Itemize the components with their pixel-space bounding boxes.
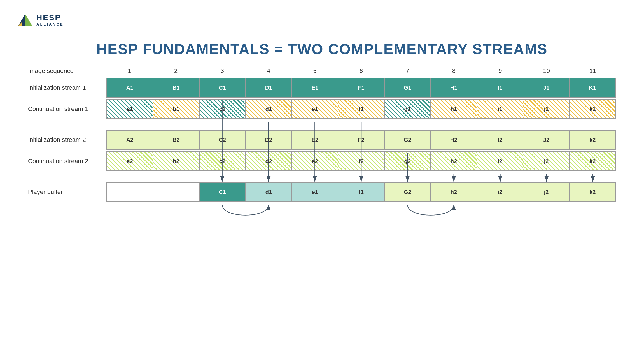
cell-E2: E2 [292,131,338,149]
diagram: Image sequence 1 2 3 4 5 6 7 8 9 10 11 I… [28,67,616,204]
cell-a1: a1 [107,100,153,118]
pb-C1: C1 [200,183,246,201]
logo-text: HESP ALLIANCE [36,13,64,26]
init-stream2-cells: A2 B2 C2 D2 E2 F2 G2 H2 I2 J2 k2 [106,130,616,150]
seq-3: 3 [199,67,245,75]
cell-C2: C2 [200,131,246,149]
logo-alliance: ALLIANCE [36,22,64,26]
cell-f1: f1 [338,100,384,118]
cell-j2: j2 [523,152,570,170]
logo-hesp: HESP [36,13,64,22]
cell-g1: g1 [385,100,431,118]
pb-h2: h2 [431,183,477,201]
pb-e1: e1 [292,183,338,201]
seq-2: 2 [153,67,199,75]
cell-G1: G1 [385,78,431,97]
pb-k2: k2 [570,183,615,201]
cell-a2: a2 [107,152,153,170]
player-buffer-label: Player buffer [28,188,106,196]
cell-e1: e1 [292,100,338,118]
cell-i1: i1 [477,100,523,118]
svg-marker-2 [18,22,22,26]
cell-K1: K1 [570,78,615,97]
seq-1: 1 [106,67,153,75]
cell-A1: A1 [107,78,153,97]
cont-stream2-label: Continuation stream 2 [28,158,106,165]
cell-I2: I2 [477,131,523,149]
init-stream1-row: Initialization stream 1 A1 B1 C1 D1 E1 F… [28,78,616,98]
cell-D1: D1 [246,78,292,97]
cell-C1: C1 [200,78,246,97]
cont-stream1-label: Continuation stream 1 [28,105,106,113]
seq-4: 4 [245,67,291,75]
cont-stream1-row: Continuation stream 1 a1 b1 c1 d1 e1 f1 … [28,99,616,119]
cell-I1: I1 [477,78,523,97]
pb-j2: j2 [523,183,570,201]
sequence-row: Image sequence 1 2 3 4 5 6 7 8 9 10 11 [28,67,616,75]
sequence-label: Image sequence [28,67,106,75]
cell-j1: j1 [523,100,570,118]
pb-1 [107,183,153,201]
init-stream1-label: Initialization stream 1 [28,84,106,91]
init-stream1-cells: A1 B1 C1 D1 E1 F1 G1 H1 I1 J1 K1 [106,78,616,98]
pb-2 [153,183,199,201]
cell-E1: E1 [292,78,338,97]
pb-d1: d1 [246,183,292,201]
logo: HESP ALLIANCE [17,11,64,28]
seq-7: 7 [384,67,431,75]
pb-i2: i2 [477,183,523,201]
cell-b2: b2 [153,152,199,170]
cell-k1: k1 [570,100,615,118]
sequence-numbers: 1 2 3 4 5 6 7 8 9 10 11 [106,67,616,75]
cell-d2: d2 [246,152,292,170]
main-title: HESP FUNDAMENTALS = TWO COMPLEMENTARY ST… [0,41,644,57]
seq-6: 6 [338,67,384,75]
cell-g2: g2 [385,152,431,170]
cell-h1: h1 [431,100,477,118]
svg-marker-1 [25,14,32,26]
cell-h2: h2 [431,152,477,170]
seq-10: 10 [523,67,570,75]
pb-f1: f1 [338,183,384,201]
cell-G2: G2 [385,131,431,149]
init-stream2-row: Initialization stream 2 A2 B2 C2 D2 E2 F… [28,130,616,150]
svg-marker-0 [18,14,25,26]
cell-k2-init: k2 [570,131,615,149]
cell-D2: D2 [246,131,292,149]
cell-c2: c2 [200,152,246,170]
cell-A2: A2 [107,131,153,149]
logo-icon [17,11,34,28]
cont-stream1-cells: a1 b1 c1 d1 e1 f1 g1 h1 i1 j1 k1 [106,99,616,119]
cell-F2: F2 [338,131,384,149]
cell-f2: f2 [338,152,384,170]
player-buffer-cells: C1 d1 e1 f1 G2 h2 i2 j2 k2 [106,182,616,202]
seq-11: 11 [570,67,616,75]
player-buffer-row: Player buffer C1 d1 e1 f1 G2 h2 i2 j2 k2 [28,182,616,202]
cell-J2: J2 [523,131,570,149]
cell-c1: c1 [200,100,246,118]
cell-b1: b1 [153,100,199,118]
cell-B2: B2 [153,131,199,149]
init-stream2-label: Initialization stream 2 [28,136,106,144]
pb-G2: G2 [385,183,431,201]
seq-9: 9 [477,67,523,75]
cell-d1: d1 [246,100,292,118]
cell-J1: J1 [523,78,570,97]
seq-8: 8 [431,67,477,75]
seq-5: 5 [292,67,338,75]
cell-e2: e2 [292,152,338,170]
cont-stream2-row: Continuation stream 2 a2 b2 c2 d2 e2 f2 … [28,151,616,171]
cell-B1: B1 [153,78,199,97]
cell-H1: H1 [431,78,477,97]
cell-F1: F1 [338,78,384,97]
cell-k2-cont: k2 [570,152,615,170]
cont-stream2-cells: a2 b2 c2 d2 e2 f2 g2 h2 i2 j2 k2 [106,151,616,171]
cell-H2: H2 [431,131,477,149]
cell-i2: i2 [477,152,523,170]
